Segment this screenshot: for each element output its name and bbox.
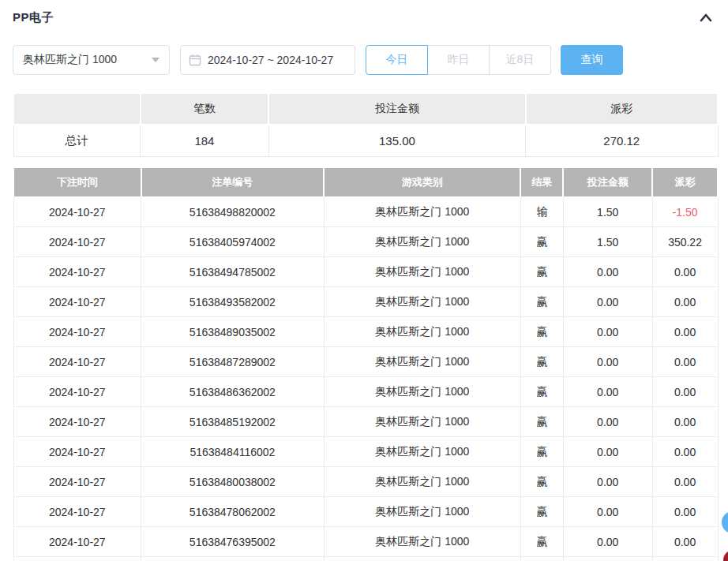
table-row: 2024-10-27 51638405974002 奥林匹斯之门 1000 赢 … [13,227,718,257]
table-row: 2024-10-27 51638478062002 奥林匹斯之门 1000 赢 … [13,497,718,527]
cell-game-category: 奥林匹斯之门 1000 [324,227,520,257]
cell-bet-time: 2024-10-27 [13,407,141,437]
cell-order-id: 51638478062002 [141,497,324,527]
collapse-panel-button[interactable] [696,9,715,25]
cell-bet-amount: 0.00 [563,317,652,347]
cell-game-category: 奥林匹斯之门 1000 [324,287,520,317]
summary-total-row: 总计 184 135.00 270.12 [13,125,718,156]
table-row [13,557,718,561]
cell-bet-amount: 0.00 [563,377,652,407]
cell-bet-time: 2024-10-27 [13,287,141,317]
cell-result: 赢 [520,407,563,437]
records-header-payout: 派彩 [652,167,718,197]
cell-bet-amount [563,557,652,561]
records-header-result: 结果 [520,167,563,197]
cell-bet-amount: 0.00 [563,527,652,557]
cell-game-category: 奥林匹斯之门 1000 [324,497,520,527]
cell-game-category: 奥林匹斯之门 1000 [324,527,520,557]
cell-payout: 0.00 [652,377,718,407]
cell-result: 赢 [520,377,563,407]
cell-game-category: 奥林匹斯之门 1000 [324,347,520,377]
cell-order-id: 51638405974002 [141,227,324,257]
cell-result: 赢 [520,317,563,347]
cell-payout: -1.50 [652,197,718,227]
calendar-icon [189,54,201,66]
cell-order-id: 51638480038002 [141,467,324,497]
cell-bet-time: 2024-10-27 [13,497,141,527]
records-header-game-category: 游戏类别 [324,167,520,197]
records-header-bet-time: 下注时间 [13,167,141,197]
cell-bet-time [13,557,141,561]
cell-order-id: 51638489035002 [141,317,324,347]
panel-header: PP电子 [13,9,719,25]
cell-result: 赢 [520,497,563,527]
cell-payout: 0.00 [652,257,718,287]
table-row: 2024-10-27 51638487289002 奥林匹斯之门 1000 赢 … [13,347,718,377]
summary-header-count: 笔数 [141,93,269,125]
cell-order-id: 51638484116002 [141,437,324,467]
cell-result: 赢 [520,257,563,287]
cell-bet-amount: 0.00 [563,257,652,287]
cell-result [520,557,563,561]
cell-game-category: 奥林匹斯之门 1000 [324,197,520,227]
table-row: 2024-10-27 51638493582002 奥林匹斯之门 1000 赢 … [13,287,718,317]
cell-bet-amount: 0.00 [563,347,652,377]
cell-bet-amount: 0.00 [563,407,652,437]
cell-result: 赢 [520,227,563,257]
cell-bet-time: 2024-10-27 [13,197,141,227]
cell-game-category: 奥林匹斯之门 1000 [324,377,520,407]
cell-bet-time: 2024-10-27 [13,227,141,257]
summary-header-payout: 派彩 [526,93,718,125]
cell-payout: 0.00 [652,497,718,527]
last8days-button[interactable]: 近8日 [489,45,551,75]
cell-bet-amount: 1.50 [563,227,652,257]
records-body: 2024-10-27 51638498820002 奥林匹斯之门 1000 输 … [13,197,718,561]
game-select-value: 奥林匹斯之门 1000 [23,53,117,67]
page-title: PP电子 [13,10,54,25]
cell-bet-amount: 0.00 [563,467,652,497]
cell-order-id: 51638498820002 [141,197,324,227]
table-row: 2024-10-27 51638476395002 奥林匹斯之门 1000 赢 … [13,527,718,557]
cell-bet-time: 2024-10-27 [13,527,141,557]
summary-total-bet-amount: 135.00 [268,125,525,156]
cell-order-id: 51638494785002 [141,257,324,287]
table-row: 2024-10-27 51638480038002 奥林匹斯之门 1000 赢 … [13,467,718,497]
cell-game-category: 奥林匹斯之门 1000 [324,407,520,437]
cell-result: 赢 [520,437,563,467]
cell-payout [652,557,718,561]
cell-bet-time: 2024-10-27 [13,377,141,407]
quick-date-button-group: 今日 昨日 近8日 [366,45,551,75]
cell-result: 赢 [520,287,563,317]
table-row: 2024-10-27 51638484116002 奥林匹斯之门 1000 赢 … [13,437,718,467]
summary-header-row: 笔数 投注金额 派彩 [13,93,718,125]
cell-payout: 0.00 [652,287,718,317]
date-range-input[interactable]: 2024-10-27 ~ 2024-10-27 [180,45,355,75]
yesterday-button[interactable]: 昨日 [427,45,490,75]
records-header-bet-amount: 投注金额 [563,167,652,197]
game-select[interactable]: 奥林匹斯之门 1000 [13,45,170,75]
table-row: 2024-10-27 51638494785002 奥林匹斯之门 1000 赢 … [13,257,718,287]
report-panel: PP电子 奥林匹斯之门 1000 [0,0,728,561]
cell-game-category: 奥林匹斯之门 1000 [324,467,520,497]
cell-payout: 0.00 [652,467,718,497]
cell-order-id: 51638486362002 [141,377,324,407]
cell-bet-time: 2024-10-27 [13,317,141,347]
cell-payout: 0.00 [652,437,718,467]
cell-payout: 0.00 [652,347,718,377]
table-row: 2024-10-27 51638489035002 奥林匹斯之门 1000 赢 … [13,317,718,347]
cell-bet-amount: 0.00 [563,497,652,527]
cell-game-category: 奥林匹斯之门 1000 [324,437,520,467]
cell-bet-amount: 1.50 [563,197,652,227]
records-header-order-id: 注单编号 [141,167,324,197]
cell-bet-time: 2024-10-27 [13,347,141,377]
cell-game-category: 奥林匹斯之门 1000 [324,317,520,347]
cell-result: 输 [520,197,563,227]
cell-order-id: 51638487289002 [141,347,324,377]
cell-payout: 350.22 [652,227,718,257]
today-button[interactable]: 今日 [366,45,428,75]
cell-payout: 0.00 [652,527,718,557]
cell-order-id [141,557,324,561]
search-button[interactable]: 查询 [561,45,623,75]
cell-result: 赢 [520,347,563,377]
table-row: 2024-10-27 51638486362002 奥林匹斯之门 1000 赢 … [13,377,718,407]
